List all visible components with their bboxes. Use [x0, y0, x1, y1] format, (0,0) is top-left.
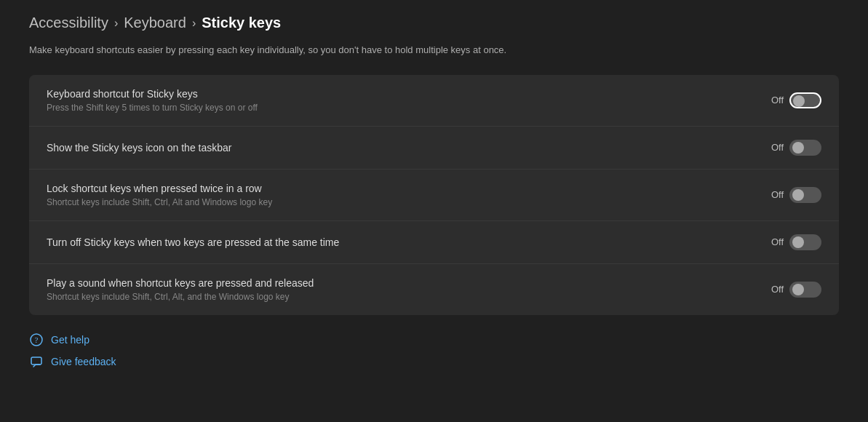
setting-subtitle-4: Shortcut keys include Shift, Ctrl, Alt, …: [47, 292, 314, 302]
setting-info-turn-off: Turn off Sticky keys when two keys are p…: [47, 236, 339, 248]
svg-rect-2: [31, 357, 41, 365]
get-help-link[interactable]: ? Get help: [29, 333, 839, 347]
toggle-thumb-3: [792, 236, 804, 248]
setting-row-show-icon: Show the Sticky keys icon on the taskbar…: [29, 127, 839, 170]
give-feedback-label: Give feedback: [51, 356, 116, 367]
breadcrumb-sep-1: ›: [114, 17, 118, 30]
toggle-container-4: Off: [771, 282, 821, 298]
setting-row-play-sound: Play a sound when shortcut keys are pres…: [29, 264, 839, 315]
toggle-label-1: Off: [771, 142, 784, 153]
setting-info-lock-shortcut: Lock shortcut keys when pressed twice in…: [47, 183, 272, 207]
get-help-label: Get help: [51, 334, 89, 346]
setting-title-3: Turn off Sticky keys when two keys are p…: [47, 236, 339, 248]
toggle-container-0: Off: [771, 92, 821, 108]
breadcrumb: Accessibility › Keyboard › Sticky keys: [29, 15, 839, 31]
setting-row-keyboard-shortcut: Keyboard shortcut for Sticky keys Press …: [29, 75, 839, 127]
give-feedback-icon: [29, 354, 44, 369]
setting-title-2: Lock shortcut keys when pressed twice in…: [47, 183, 272, 194]
toggle-thumb-2: [792, 189, 804, 201]
svg-text:?: ?: [35, 335, 39, 344]
toggle-thumb-1: [792, 142, 804, 154]
setting-title-0: Keyboard shortcut for Sticky keys: [47, 88, 258, 100]
breadcrumb-accessibility[interactable]: Accessibility: [29, 15, 108, 31]
toggle-label-2: Off: [771, 189, 784, 200]
footer-links: ? Get help Give feedback: [29, 333, 839, 369]
setting-info-play-sound: Play a sound when shortcut keys are pres…: [47, 277, 314, 302]
toggle-show-icon[interactable]: [789, 140, 821, 156]
toggle-thumb-4: [792, 284, 804, 295]
toggle-lock-shortcut[interactable]: [789, 187, 821, 203]
toggle-play-sound[interactable]: [789, 282, 821, 298]
setting-row-turn-off: Turn off Sticky keys when two keys are p…: [29, 221, 839, 264]
setting-info-keyboard-shortcut: Keyboard shortcut for Sticky keys Press …: [47, 88, 258, 113]
setting-row-lock-shortcut: Lock shortcut keys when pressed twice in…: [29, 170, 839, 221]
toggle-label-0: Off: [771, 95, 784, 106]
toggle-label-4: Off: [771, 284, 784, 295]
toggle-container-2: Off: [771, 187, 821, 203]
settings-card: Keyboard shortcut for Sticky keys Press …: [29, 75, 839, 315]
toggle-turn-off[interactable]: [789, 234, 821, 250]
breadcrumb-keyboard[interactable]: Keyboard: [124, 15, 186, 31]
toggle-container-1: Off: [771, 140, 821, 156]
toggle-keyboard-shortcut[interactable]: [789, 92, 821, 108]
give-feedback-link[interactable]: Give feedback: [29, 354, 839, 369]
breadcrumb-sticky-keys: Sticky keys: [202, 15, 281, 31]
setting-title-1: Show the Sticky keys icon on the taskbar: [47, 142, 231, 154]
setting-title-4: Play a sound when shortcut keys are pres…: [47, 277, 314, 289]
toggle-thumb-0: [793, 95, 805, 107]
page-description: Make keyboard shortcuts easier by pressi…: [29, 43, 839, 57]
setting-subtitle-0: Press the Shift key 5 times to turn Stic…: [47, 103, 258, 113]
setting-subtitle-2: Shortcut keys include Shift, Ctrl, Alt a…: [47, 197, 272, 207]
toggle-label-3: Off: [771, 236, 784, 247]
get-help-icon: ?: [29, 333, 44, 347]
toggle-container-3: Off: [771, 234, 821, 250]
breadcrumb-sep-2: ›: [192, 17, 196, 30]
setting-info-show-icon: Show the Sticky keys icon on the taskbar: [47, 142, 231, 154]
